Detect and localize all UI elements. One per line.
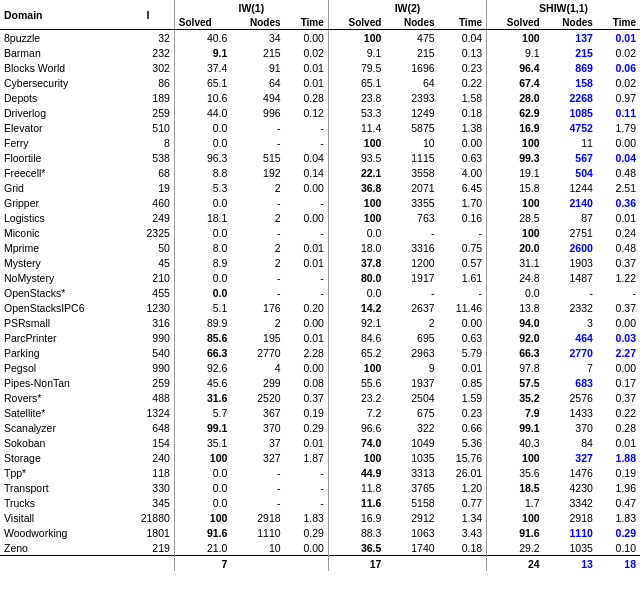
domain-header: Domain	[0, 0, 122, 30]
table-cell: Cybersecurity	[0, 75, 122, 90]
table-row: Barman2329.12150.029.12150.139.12150.02	[0, 45, 640, 60]
table-cell: 0.00	[285, 180, 329, 195]
table-cell: Transport	[0, 480, 122, 495]
table-cell: 327	[544, 450, 597, 465]
table-cell: 3355	[385, 195, 438, 210]
table-cell: 2637	[385, 300, 438, 315]
table-cell: -	[231, 120, 284, 135]
table-cell: 18.1	[174, 210, 231, 225]
table-cell: 2	[231, 255, 284, 270]
table-cell: 10	[385, 135, 438, 150]
table-cell: 0.03	[597, 330, 640, 345]
table-cell: 137	[544, 30, 597, 46]
table-cell: 92.6	[174, 360, 231, 375]
table-cell: -	[285, 480, 329, 495]
table-cell: 2	[231, 315, 284, 330]
table-row: Zeno21921.0100.0036.517400.1829.210350.1…	[0, 540, 640, 556]
table-cell: 0.0	[174, 465, 231, 480]
table-cell: 0.57	[439, 255, 487, 270]
table-cell: 28.0	[487, 90, 544, 105]
table-cell: 11	[544, 135, 597, 150]
table-cell: 2268	[544, 90, 597, 105]
table-cell: 0.19	[597, 465, 640, 480]
table-cell: 464	[544, 330, 597, 345]
table-cell: 0.00	[597, 315, 640, 330]
table-cell: 34	[231, 30, 284, 46]
table-cell: 97.8	[487, 360, 544, 375]
table-cell: Woodworking	[0, 525, 122, 540]
table-cell: 0.0	[174, 285, 231, 300]
table-cell: 11.46	[439, 300, 487, 315]
table-cell: 9	[385, 360, 438, 375]
table-cell: 0.37	[597, 300, 640, 315]
table-cell: 0.18	[439, 540, 487, 556]
table-cell: 100	[328, 360, 385, 375]
table-cell: 1801	[122, 525, 174, 540]
table-cell: 460	[122, 195, 174, 210]
table-cell: 1.7	[487, 495, 544, 510]
table-cell: 367	[231, 405, 284, 420]
table-cell: 91	[231, 60, 284, 75]
table-cell: 0.0	[174, 270, 231, 285]
table-cell: Depots	[0, 90, 122, 105]
table-cell: 7.9	[487, 405, 544, 420]
table-cell: Grid	[0, 180, 122, 195]
table-cell: 5.7	[174, 405, 231, 420]
table-row: Mystery458.920.0137.812000.5731.119030.3…	[0, 255, 640, 270]
table-cell: 488	[122, 390, 174, 405]
table-cell: 302	[122, 60, 174, 75]
table-cell: 2770	[544, 345, 597, 360]
table-cell: 67.4	[487, 75, 544, 90]
table-cell: 9.1	[487, 45, 544, 60]
table-cell: 1244	[544, 180, 597, 195]
table-cell: 2	[231, 180, 284, 195]
table-cell: 370	[231, 420, 284, 435]
table-cell: 0.02	[597, 75, 640, 90]
table-cell: 0.12	[285, 105, 329, 120]
table-cell: 210	[122, 270, 174, 285]
footer-iw2-nodes	[385, 556, 438, 572]
table-row: Cybersecurity8665.1640.0165.1640.2267.41…	[0, 75, 640, 90]
table-cell: 1.96	[597, 480, 640, 495]
table-cell: -	[285, 135, 329, 150]
table-cell: 79.5	[328, 60, 385, 75]
table-cell: 2600	[544, 240, 597, 255]
table-cell: 35.2	[487, 390, 544, 405]
table-cell: 215	[385, 45, 438, 60]
table-cell: 0.01	[597, 435, 640, 450]
table-cell: 0.36	[597, 195, 640, 210]
table-cell: 88.3	[328, 525, 385, 540]
table-cell: 648	[122, 420, 174, 435]
table-cell: 510	[122, 120, 174, 135]
table-cell: 92.0	[487, 330, 544, 345]
table-cell: 100	[328, 210, 385, 225]
table-cell: 0.75	[439, 240, 487, 255]
table-cell: 1.20	[439, 480, 487, 495]
table-cell: Elevator	[0, 120, 122, 135]
iw1-time-subheader: Time	[285, 15, 329, 30]
table-cell: 93.5	[328, 150, 385, 165]
table-cell: 5.3	[174, 180, 231, 195]
table-cell: -	[231, 495, 284, 510]
table-row: 8puzzle3240.6340.001004750.041001370.01	[0, 30, 640, 46]
table-cell: 11.6	[328, 495, 385, 510]
table-cell: 36.5	[328, 540, 385, 556]
table-cell: 1.58	[439, 90, 487, 105]
table-cell: 92.1	[328, 315, 385, 330]
table-cell: 8.9	[174, 255, 231, 270]
table-cell: 475	[385, 30, 438, 46]
table-cell: 3	[544, 315, 597, 330]
table-cell: 0.10	[597, 540, 640, 556]
table-row: Storage2401003271.87100103515.761003271.…	[0, 450, 640, 465]
table-cell: 100	[487, 510, 544, 525]
table-cell: 1249	[385, 105, 438, 120]
table-cell: 100	[487, 225, 544, 240]
table-cell: 4752	[544, 120, 597, 135]
iw2-header: IW(2)	[328, 0, 486, 15]
table-cell: 0.01	[285, 330, 329, 345]
table-cell: 100	[328, 30, 385, 46]
table-cell: 100	[487, 135, 544, 150]
table-cell: -	[285, 120, 329, 135]
table-cell: 14.2	[328, 300, 385, 315]
table-cell: -	[285, 495, 329, 510]
